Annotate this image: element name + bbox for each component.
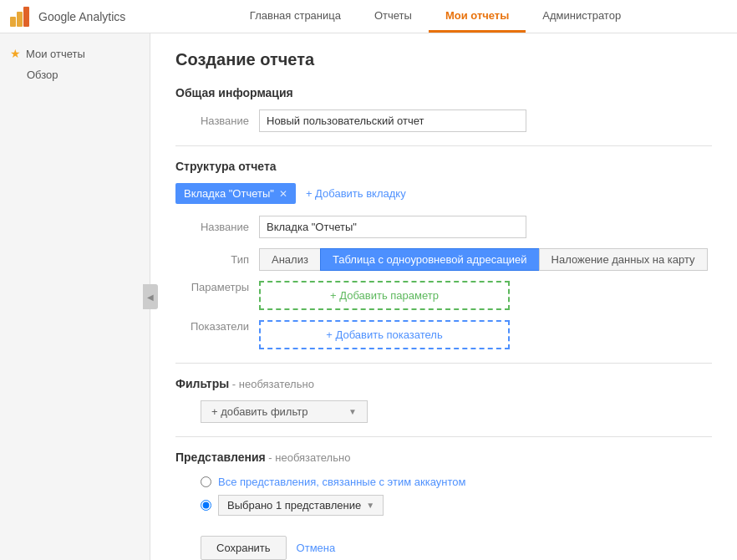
metrics-label: Показатели — [175, 320, 259, 333]
nav-tab-my-reports[interactable]: Мои отчеты — [429, 0, 526, 33]
svg-rect-1 — [17, 12, 23, 27]
filters-title: Фильтры — [175, 377, 229, 390]
logo-area: Google Analytics — [8, 5, 142, 28]
all-views-radio[interactable] — [201, 476, 211, 487]
save-button[interactable]: Сохранить — [201, 536, 287, 560]
type-analysis-button[interactable]: Анализ — [259, 248, 320, 271]
header: Google Analytics Главная страница Отчеты… — [0, 0, 737, 33]
action-row: Сохранить Отмена — [175, 536, 712, 560]
structure-section-title: Структура отчета — [175, 160, 712, 173]
cancel-button[interactable]: Отмена — [297, 537, 336, 559]
selected-view-radio[interactable] — [201, 500, 211, 511]
all-views-row: Все представления, связанные с этим акка… — [175, 472, 712, 491]
type-label: Тип — [175, 253, 259, 266]
svg-rect-0 — [10, 17, 16, 27]
nav-tab-home[interactable]: Главная страница — [233, 0, 358, 33]
tab-name-row: Название — [175, 216, 712, 238]
type-row: Тип Анализ Таблица с одноуровневой адрес… — [175, 248, 712, 271]
filters-section: Фильтры - необязательно — [175, 377, 712, 390]
type-buttons-group: Анализ Таблица с одноуровневой адресацие… — [259, 248, 708, 271]
selected-view-button[interactable]: Выбрано 1 представление ▼ — [218, 495, 384, 516]
section-divider-3 — [175, 436, 712, 437]
ga-logo-icon — [8, 5, 32, 28]
metrics-row: Показатели + Добавить показатель — [175, 320, 712, 349]
sidebar-item-overview[interactable]: Обзор — [0, 65, 150, 84]
representations-section: Представления - необязательно — [175, 451, 712, 464]
star-icon: ★ — [10, 47, 21, 60]
add-param-button[interactable]: + Добавить параметр — [259, 281, 510, 310]
main-nav: Главная страница Отчеты Мои отчеты Админ… — [142, 0, 729, 33]
page-layout: ◀ ★ Мои отчеты Обзор Создание отчета Общ… — [0, 33, 737, 560]
selected-view-row: Выбрано 1 представление ▼ — [175, 491, 712, 519]
tab-close-icon[interactable]: ✕ — [279, 188, 287, 200]
add-tab-button[interactable]: + Добавить вкладку — [296, 183, 416, 204]
sidebar-my-reports-label: Мои отчеты — [26, 48, 85, 60]
nav-tab-reports[interactable]: Отчеты — [358, 0, 429, 33]
type-flat-table-button[interactable]: Таблица с одноуровневой адресацией — [320, 248, 539, 271]
name-row: Название — [175, 109, 712, 132]
general-section-title: Общая информация — [175, 86, 712, 99]
all-views-label: Все представления, связанные с этим акка… — [218, 476, 465, 488]
add-filter-button[interactable]: + добавить фильтр ▼ — [201, 400, 368, 423]
nav-tab-admin[interactable]: Администратор — [526, 0, 638, 33]
view-dropdown-arrow-icon: ▼ — [366, 501, 374, 510]
selected-view-label: Выбрано 1 представление — [227, 499, 361, 512]
representations-title: Представления — [175, 451, 266, 464]
params-row: Параметры + Добавить параметр — [175, 281, 712, 310]
filters-optional: - необязательно — [232, 378, 314, 390]
add-filter-container: + добавить фильтр ▼ — [175, 400, 712, 423]
report-tab[interactable]: Вкладка "Отчеты" ✕ — [175, 183, 296, 204]
add-metric-button[interactable]: + Добавить показатель — [259, 320, 510, 349]
page-title: Создание отчета — [175, 50, 712, 69]
type-map-button[interactable]: Наложение данных на карту — [539, 248, 708, 271]
add-filter-label: + добавить фильтр — [211, 405, 308, 418]
section-divider-2 — [175, 363, 712, 364]
svg-rect-2 — [23, 7, 29, 27]
report-name-input[interactable] — [259, 109, 526, 132]
name-label: Название — [175, 115, 259, 127]
params-label: Параметры — [175, 281, 259, 293]
main-content: Создание отчета Общая информация Названи… — [150, 33, 737, 560]
sidebar-toggle[interactable]: ◀ — [143, 284, 158, 309]
tab-name-input[interactable] — [259, 216, 526, 238]
sidebar-item-my-reports[interactable]: ★ Мои отчеты — [0, 42, 150, 65]
tab-label: Вкладка "Отчеты" — [184, 187, 274, 200]
sidebar: ◀ ★ Мои отчеты Обзор — [0, 33, 150, 560]
tab-name-label: Название — [175, 221, 259, 233]
section-divider-1 — [175, 145, 712, 146]
representations-optional: - необязательно — [268, 451, 350, 464]
app-name: Google Analytics — [38, 10, 125, 23]
filter-dropdown-arrow: ▼ — [348, 407, 357, 416]
tab-strip: Вкладка "Отчеты" ✕ + Добавить вкладку — [175, 183, 712, 204]
